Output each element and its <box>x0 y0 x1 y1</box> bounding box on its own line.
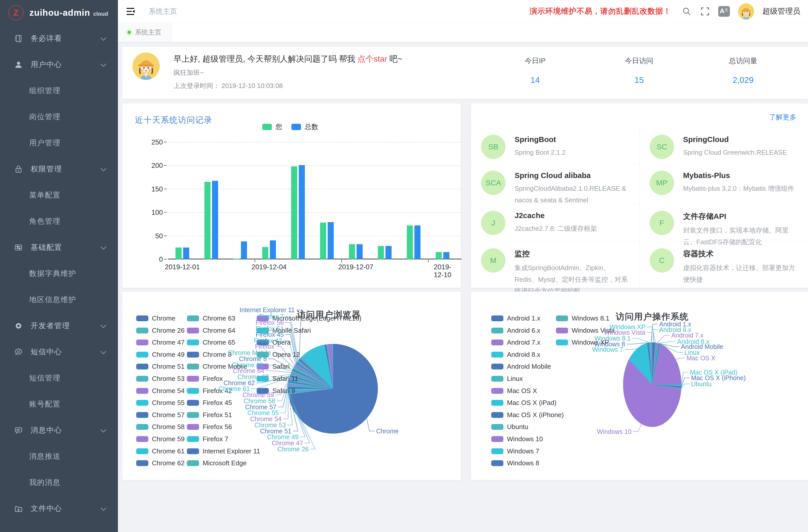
legend-swatch <box>187 340 199 345</box>
legend-item-Firefox[interactable]: Firefox <box>187 375 223 383</box>
legend-label: Safari <box>272 363 290 370</box>
collapse-menu-icon[interactable] <box>126 7 135 16</box>
legend-item-Chrome[interactable]: Chrome <box>136 314 175 322</box>
legend-item-Chrome 62[interactable]: Chrome 62 <box>136 459 185 467</box>
user-avatar[interactable] <box>738 3 754 20</box>
sidebar-item-消息中心[interactable]: 消息中心 <box>0 417 118 443</box>
y-tick-mark <box>164 189 167 189</box>
tech-abbr-badge: SB <box>481 135 506 159</box>
pie-visitor-browsers <box>288 344 378 434</box>
tech-item-容器技术: C 容器技术 虚拟化容器技术，让迁移、部署更加方便快捷 <box>640 241 808 297</box>
sidebar-item-用户管理[interactable]: 用户管理 <box>0 130 118 156</box>
legend-swatch <box>491 388 503 394</box>
legend-label: Chrome 57 <box>152 411 185 419</box>
legend-item-Chrome 57[interactable]: Chrome 57 <box>136 411 185 419</box>
legend-item-Chrome 47[interactable]: Chrome 47 <box>136 338 185 346</box>
sidebar-item-组织管理[interactable]: 组织管理 <box>0 78 118 104</box>
legend-label: Android 7.x <box>507 338 540 346</box>
sidebar-item-文件中心[interactable]: 文件中心 <box>0 495 118 521</box>
legend-swatch <box>136 400 148 406</box>
legend-item-Android 7.x[interactable]: Android 7.x <box>491 338 540 346</box>
sidebar-item-label: 组织管理 <box>29 86 61 96</box>
topbar: 系统主页 演示环境维护不易，请勿乱删乱改数据！ A 文 超级管理员 <box>118 0 808 23</box>
stat-今日访问: 今日访问 15 <box>599 56 680 85</box>
legend-item-Chrome 61[interactable]: Chrome 61 <box>136 447 185 455</box>
app-logo[interactable]: Z zuihou-admin cloud <box>0 0 118 25</box>
y-tick-label: 100 <box>140 209 163 217</box>
sidebar-nav: 务必详看用户中心组织管理岗位管理用户管理权限管理菜单配置角色管理基础配置数据字典… <box>0 25 118 521</box>
legend-item-Android Mobile[interactable]: Android Mobile <box>491 363 551 370</box>
sidebar-item-短信中心[interactable]: 短信中心 <box>0 339 118 365</box>
legend-item-Chrome 51[interactable]: Chrome 51 <box>136 363 185 370</box>
legend-item-Firefox 7[interactable]: Firefox 7 <box>187 435 228 443</box>
legend-item-Mac OS X (iPhone)[interactable]: Mac OS X (iPhone) <box>491 411 564 419</box>
stat-今日IP: 今日IP 14 <box>495 56 576 85</box>
tab-system-home[interactable]: 系统主页 <box>118 23 172 42</box>
legend-item-Chrome 8[interactable]: Chrome 8 <box>187 351 232 359</box>
legend-item-Microsoft Edge[interactable]: Microsoft Edge <box>187 459 246 467</box>
legend-item-您[interactable]: 您 <box>262 122 282 131</box>
star-link[interactable]: 点个star <box>357 54 387 63</box>
sidebar-item-菜单配置[interactable]: 菜单配置 <box>0 182 118 208</box>
learn-more-link[interactable]: 了解更多 <box>769 113 796 122</box>
sidebar-item-权限管理[interactable]: 权限管理 <box>0 156 118 182</box>
legend-label: Firefox 7 <box>203 435 228 443</box>
sidebar-item-消息推送[interactable]: 消息推送 <box>0 443 118 470</box>
legend-item-Windows 8[interactable]: Windows 8 <box>491 459 539 467</box>
sidebar-item-角色管理[interactable]: 角色管理 <box>0 208 118 234</box>
sidebar-item-务必详看[interactable]: 务必详看 <box>0 25 118 52</box>
legend-item-Chrome 55[interactable]: Chrome 55 <box>136 399 185 407</box>
legend-item-Mac OS X[interactable]: Mac OS X <box>491 387 537 395</box>
sidebar-item-用户中心[interactable]: 用户中心 <box>0 52 118 78</box>
tech-title: Spring Cloud alibaba <box>515 171 629 180</box>
legend-item-Chrome 49[interactable]: Chrome 49 <box>136 351 185 359</box>
legend-item-Chrome 54[interactable]: Chrome 54 <box>136 387 185 395</box>
sidebar-item-数据字典维护[interactable]: 数据字典维护 <box>0 260 118 287</box>
legend-item-Chrome 26[interactable]: Chrome 26 <box>136 327 185 334</box>
sidebar-item-我的消息[interactable]: 我的消息 <box>0 470 118 495</box>
legend-item-Android 6.x[interactable]: Android 6.x <box>491 327 540 334</box>
tech-item-J2cache: J J2cache J2cache2.7.8: 二级缓存框架 <box>471 204 640 241</box>
legend-item-Chrome 63[interactable]: Chrome 63 <box>187 314 235 322</box>
legend-item-Ubuntu[interactable]: Ubuntu <box>491 423 528 431</box>
legend-item-Mac OS X (iPad)[interactable]: Mac OS X (iPad) <box>491 399 556 407</box>
legend-item-Internet Explorer 11[interactable]: Internet Explorer 11 <box>187 447 260 455</box>
legend-item-Chrome 53[interactable]: Chrome 53 <box>136 375 185 383</box>
tech-title: SpringCloud <box>683 135 787 144</box>
stat-value: 14 <box>495 75 576 85</box>
last-login: 上次登录时间： 2019-12-10 10:03:08 <box>173 81 283 90</box>
x-tick-label: 2019-12-04 <box>252 263 287 271</box>
legend-item-Firefox 51[interactable]: Firefox 51 <box>187 411 232 419</box>
search-icon[interactable] <box>682 6 692 17</box>
bar-您-2019-12-03 <box>233 259 239 259</box>
legend-item-Android 8.x[interactable]: Android 8.x <box>491 351 540 359</box>
legend-item-Chrome 64[interactable]: Chrome 64 <box>187 327 235 334</box>
sidebar-item-基础配置[interactable]: 基础配置 <box>0 234 118 260</box>
sidebar-item-开发者管理[interactable]: 开发者管理 <box>0 313 118 339</box>
legend-item-Firefox 45[interactable]: Firefox 45 <box>187 399 232 407</box>
tech-desc: Spring Boot 2.1.2 <box>515 147 566 159</box>
legend-item-总数[interactable]: 总数 <box>291 122 318 131</box>
fullscreen-icon[interactable] <box>700 6 710 17</box>
language-icon[interactable]: A 文 <box>718 6 730 17</box>
legend-item-Chrome 59[interactable]: Chrome 59 <box>136 435 185 443</box>
sidebar-item-地区信息维护[interactable]: 地区信息维护 <box>0 287 118 313</box>
legend-item-Chrome 65[interactable]: Chrome 65 <box>187 338 235 346</box>
legend-item-Firefox 56[interactable]: Firefox 56 <box>187 423 232 431</box>
sidebar-item-短信管理[interactable]: 短信管理 <box>0 365 118 391</box>
sidebar-item-岗位管理[interactable]: 岗位管理 <box>0 104 118 130</box>
legend-item-Windows 10[interactable]: Windows 10 <box>491 435 543 443</box>
legend-item-Windows 7[interactable]: Windows 7 <box>491 447 539 455</box>
legend-item-Linux[interactable]: Linux <box>491 375 523 383</box>
sidebar-item-label: 基础配置 <box>31 242 62 253</box>
tech-desc: 虚拟化容器技术，让迁移、部署更加方便快捷 <box>683 262 798 285</box>
legend-item-Android 1.x[interactable]: Android 1.x <box>491 314 540 322</box>
legend-item-Chrome 58[interactable]: Chrome 58 <box>136 423 185 431</box>
sidebar-item-账号配置[interactable]: 账号配置 <box>0 391 118 417</box>
legend-item-Windows 8.1[interactable]: Windows 8.1 <box>556 314 609 322</box>
bar-group-2019-12-09 <box>399 225 428 259</box>
x-tick-label: 2019-12-10 <box>434 263 451 279</box>
greeting-card: 早上好, 超级管理员, 今天帮别人解决问题了吗 帮我 点个star 吧~ 疯狂加… <box>122 47 808 99</box>
username[interactable]: 超级管理员 <box>763 6 801 17</box>
bar-您-2019-12-08 <box>378 246 384 259</box>
